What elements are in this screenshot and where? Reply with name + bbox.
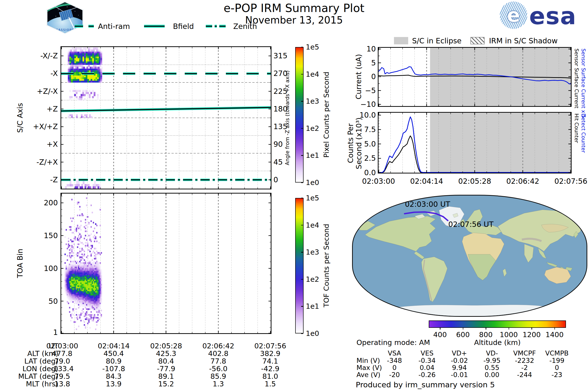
track-start-label: 02:03:00 UT — [405, 200, 450, 208]
voltage-col-header-VD+: VD+ — [452, 350, 467, 357]
voltage-value-r1c5: 0 — [555, 364, 559, 372]
sc-axis-spectrogram-canvas — [61, 47, 271, 189]
sensor-surface-current-x5-label: Sensor Surface Current x 5 — [580, 48, 586, 118]
ephemeris-value-r1c0: 477.8 — [52, 350, 72, 358]
counts-ytick-3: 2.5 — [364, 154, 376, 162]
counts-plot-canvas — [378, 113, 571, 173]
current-plot-canvas — [378, 48, 571, 106]
tof-cbar-tickmark — [301, 252, 303, 252]
voltage-col-header-VCMPB: VCMPB — [545, 350, 568, 357]
voltage-value-r1c3: 0.55 — [484, 364, 499, 372]
tof-cbar-tickmark — [301, 198, 303, 198]
current-ylabel: Current (uA) — [354, 54, 363, 99]
sc-band-label-3: +Z — [46, 105, 58, 113]
tof-cbar-tickmark — [301, 225, 303, 226]
cassiope-patch-label: CASSIOPE — [46, 28, 84, 32]
ephemeris-value-r5c0: 13.8 — [54, 380, 70, 388]
pixel-colorbar — [295, 47, 304, 182]
sc-band-label-5: +X — [46, 140, 58, 149]
sc-band-label-7: -Z — [50, 176, 58, 184]
sc-axis-ylabel: S/C Axis — [16, 103, 24, 133]
angle-tick-270: 270 — [274, 70, 288, 78]
tof-cbar-tickmark — [301, 279, 303, 280]
tof-cbar-tick-1e5: 1e5 — [306, 194, 319, 202]
voltage-col-header-VES: VES — [421, 350, 434, 357]
pixel-cbar-tick-1e5: 1e5 — [306, 43, 319, 51]
altitude-colorbar-label: Altitude (km) — [474, 338, 520, 346]
right-xtick-4: 02:07:56 — [554, 177, 588, 186]
tof-cbar-tick-1e2: 1e2 — [306, 276, 319, 283]
current-ytick-0: 10 — [366, 45, 376, 53]
swatch-core — [206, 26, 226, 27]
ephemeris-value-r2c2: 80.4 — [158, 357, 174, 365]
ephemeris-value-r2c1: 80.9 — [106, 357, 122, 365]
toa-spectrogram-canvas — [61, 194, 271, 333]
ephemeris-value-r4c1: 84.3 — [106, 372, 122, 380]
current-ytick-4: −10 — [360, 100, 376, 108]
alt-tick-600: 600 — [456, 331, 470, 338]
alt-tickmark — [486, 327, 486, 330]
alt-tickmark — [554, 327, 555, 330]
pixel-cbar-tickmark — [301, 47, 303, 48]
voltage-value-r2c2: -0.01 — [451, 371, 468, 378]
counts-plot — [378, 112, 572, 174]
ephemeris-value-r3c4: -42.9 — [261, 365, 279, 373]
voltage-row-label-0: Min (V) — [356, 357, 380, 364]
pixel-cbar-tickmark — [301, 128, 303, 129]
ephemeris-row-label-4: MLAT (deg) — [18, 372, 58, 380]
angle-tick-135: 135 — [274, 122, 288, 131]
counts-ytick-1: 7.5 — [364, 126, 376, 134]
voltage-value-r0c1: -0.34 — [418, 357, 436, 364]
voltage-col-header-VMCPF: VMCPF — [513, 350, 536, 357]
anti-ram-line-swatch — [75, 25, 94, 28]
pixel-cbar-tick-1e1: 1e1 — [306, 152, 319, 159]
ephemeris-value-r3c2: -77.9 — [157, 365, 175, 373]
toa-ytick-150: 150 — [44, 232, 58, 240]
voltage-value-r1c1: 0.04 — [420, 364, 434, 372]
ephemeris-value-r1c1: 450.4 — [104, 350, 124, 358]
angle-tick-0: 0 — [274, 176, 278, 184]
pixel-cbar-tick-1e4: 1e4 — [306, 70, 319, 78]
sc-band-label-1: -X — [50, 70, 58, 78]
alt-tickmark — [440, 327, 440, 330]
voltage-value-r0c2: -0.02 — [451, 357, 468, 364]
legend-label-shade-0: S/C in Eclipse — [412, 37, 462, 45]
ephemeris-value-r1c3: 402.8 — [208, 350, 228, 358]
voltage-value-r2c5: -23 — [552, 371, 562, 378]
toa-ylabel: TOA Bin — [16, 249, 24, 278]
angle-tick-90: 90 — [274, 140, 283, 149]
toa-ytick-100: 100 — [44, 264, 58, 273]
zenith-line-swatch — [206, 25, 226, 28]
ephemeris-row-label-2: LAT (deg) — [24, 357, 58, 365]
cassiope-mission-patch: CASSIOPE — [45, 1, 85, 34]
voltage-value-r2c3: 0.00 — [484, 371, 499, 378]
current-ytick-3: −5 — [365, 86, 376, 95]
patch-border: CASSIOPE — [45, 1, 85, 34]
alt-tick-800: 800 — [479, 331, 492, 338]
current-plot — [378, 47, 572, 107]
counts-ytick-0: 10.0 — [360, 111, 376, 119]
tof-cbar-tick-1e4: 1e4 — [306, 221, 319, 229]
angle-tick-225: 225 — [274, 87, 288, 96]
ephemeris-value-r5c1: 13.9 — [106, 380, 122, 388]
angle-tick-180: 180 — [274, 105, 288, 113]
sc-band-label-4: +X/+Z — [33, 122, 58, 131]
ephemeris-row-label-5: MLT (hrs) — [26, 380, 58, 388]
bfield-line-swatch — [144, 25, 165, 28]
esa-globe-icon: e — [500, 2, 527, 29]
alt-tickmark — [532, 327, 532, 330]
ephemeris-value-r2c0: 79.0 — [54, 357, 70, 365]
toa-ytick-50: 50 — [48, 297, 58, 306]
ephemeris-value-r4c3: 85.9 — [210, 372, 226, 380]
ephemeris-value-r2c3: 77.8 — [210, 357, 226, 365]
tof-colorbar-label: TOF Counts per Second — [322, 224, 330, 307]
voltage-value-r0c3: -9.95 — [484, 357, 500, 364]
ephemeris-value-r3c1: -107.8 — [102, 365, 125, 373]
detect-counter-label: Detect Counter — [580, 114, 586, 153]
ephemeris-value-r0c1: 02:04:14 — [98, 342, 130, 350]
voltage-value-r0c5: -199 — [549, 357, 564, 364]
tof-cbar-tick-1e0: 1e0 — [306, 330, 319, 337]
ephemeris-value-r5c2: 15.2 — [158, 380, 174, 388]
footer-version: Produced by irm_summary version 5 — [356, 380, 495, 389]
pixel-cbar-tickmark — [301, 74, 303, 75]
